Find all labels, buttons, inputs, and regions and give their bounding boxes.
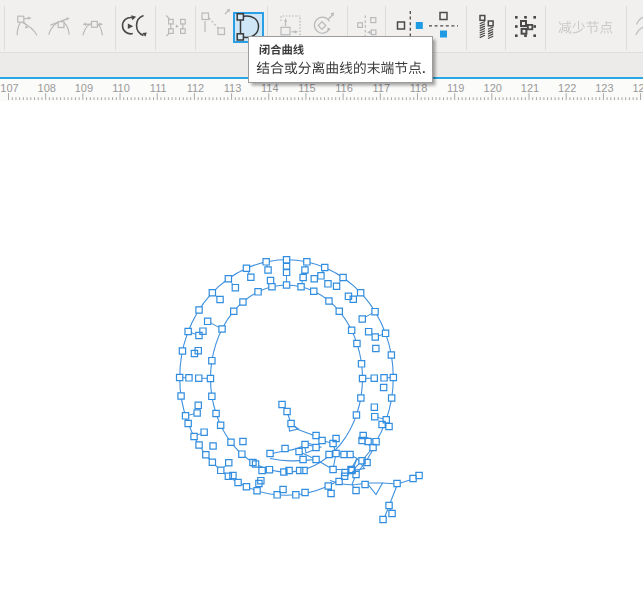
svg-text:120: 120 <box>484 81 502 93</box>
svg-text:112: 112 <box>187 81 205 93</box>
svg-text:124: 124 <box>632 81 643 93</box>
svg-text:121: 121 <box>521 81 539 93</box>
svg-text:107: 107 <box>0 81 18 93</box>
svg-text:122: 122 <box>558 81 576 93</box>
svg-text:123: 123 <box>595 81 613 93</box>
svg-text:111: 111 <box>150 81 167 93</box>
svg-text:110: 110 <box>112 81 130 93</box>
svg-text:113: 113 <box>224 81 242 93</box>
svg-text:109: 109 <box>75 81 93 93</box>
svg-text:108: 108 <box>38 81 56 93</box>
svg-text:119: 119 <box>447 81 465 93</box>
